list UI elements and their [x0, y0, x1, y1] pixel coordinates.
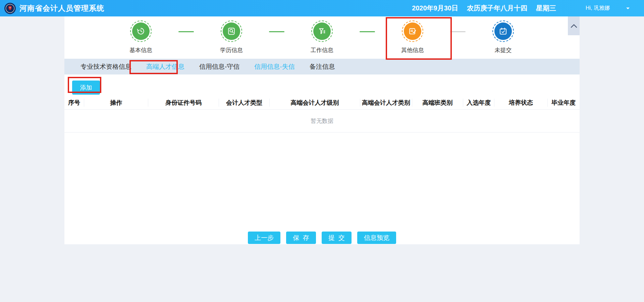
tab-professional-qualification[interactable]: 专业技术资格信息: [80, 62, 131, 71]
app-header: 河南省会计人员管理系统 2020年9月30日 农历庚子年八月十四 星期三 Hi,…: [0, 0, 644, 16]
step-ring: [492, 20, 514, 42]
table-header-row: 序号 操作 身份证件号码 会计人才类型 高端会计人才级别 高端会计人才类别 高端…: [64, 96, 580, 110]
col-selection-year: 入选年度: [463, 99, 495, 107]
step-other-info[interactable]: 其他信息: [367, 20, 458, 54]
table-toolbar: 添加: [64, 74, 580, 96]
content-card: 基本信息 学历信息: [64, 16, 580, 244]
info-tabbar: 专业技术资格信息 高端人才信息 信用信息-守信 信用信息-失信 备注信息: [64, 59, 580, 74]
wizard-footer: 上一步 保 存 提 交 信息预览: [64, 232, 580, 244]
header-date: 2020年9月30日: [412, 4, 458, 13]
step-label: 学历信息: [220, 46, 243, 54]
app-title: 河南省会计人员管理系统: [19, 3, 104, 13]
step-education-info[interactable]: 学历信息: [186, 20, 277, 54]
step-ring: [130, 20, 152, 42]
tab-remarks[interactable]: 备注信息: [310, 62, 335, 71]
edit-check-icon: [408, 26, 418, 36]
col-id-number: 身份证件号码: [148, 99, 219, 107]
step-basic-info[interactable]: 基本信息: [96, 20, 186, 54]
step-label: 其他信息: [401, 46, 424, 54]
talent-table: 序号 操作 身份证件号码 会计人才类型 高端会计人才级别 高端会计人才类别 高端…: [64, 96, 580, 133]
col-talent-type: 会计人才类型: [219, 99, 270, 107]
save-button[interactable]: 保 存: [286, 232, 316, 244]
tab-credit-trustworthy[interactable]: 信用信息-守信: [199, 62, 239, 71]
col-training-status: 培养状态: [494, 99, 547, 107]
info-preview-button[interactable]: 信息预览: [357, 232, 396, 244]
header-weekday: 星期三: [536, 4, 556, 13]
col-talent-category: 高端会计人才类别: [360, 99, 412, 107]
step-ring: [311, 20, 333, 42]
step-label: 基本信息: [129, 46, 152, 54]
col-class-category: 高端班类别: [412, 99, 463, 107]
step-label: 工作信息: [311, 46, 333, 54]
step-ring: [402, 20, 423, 42]
funnel-icon: [317, 26, 327, 36]
app-logo-icon: [4, 2, 16, 14]
header-lunar-date: 农历庚子年八月十四: [467, 4, 527, 13]
col-graduation-year: 毕业年度: [548, 99, 580, 107]
history-icon: [136, 26, 146, 36]
submit-button[interactable]: 提 交: [322, 232, 352, 244]
col-actions: 操作: [84, 99, 148, 107]
header-date-group: 2020年9月30日 农历庚子年八月十四 星期三: [412, 4, 556, 13]
add-button[interactable]: 添加: [72, 81, 100, 95]
step-label: 未提交: [495, 46, 512, 54]
step-ring: [221, 20, 242, 42]
col-seq-no: 序号: [64, 99, 84, 107]
table-empty-state: 暂无数据: [64, 110, 580, 133]
step-work-info[interactable]: 工作信息: [277, 20, 367, 54]
col-talent-level: 高端会计人才级别: [270, 99, 360, 107]
document-search-icon: [226, 26, 236, 36]
caret-down-icon: [626, 7, 630, 10]
tab-high-end-talent[interactable]: 高端人才信息: [146, 62, 184, 71]
step-not-submitted[interactable]: 未提交: [458, 20, 548, 54]
user-menu-toggle[interactable]: [626, 7, 630, 10]
tab-credit-untrustworthy[interactable]: 信用信息-失信: [254, 62, 294, 71]
calendar-check-icon: [498, 26, 508, 36]
previous-step-button[interactable]: 上一步: [248, 232, 280, 244]
wizard-steps: 基本信息 学历信息: [64, 16, 580, 59]
user-greeting: Hi, 巩雅娜: [586, 5, 610, 12]
